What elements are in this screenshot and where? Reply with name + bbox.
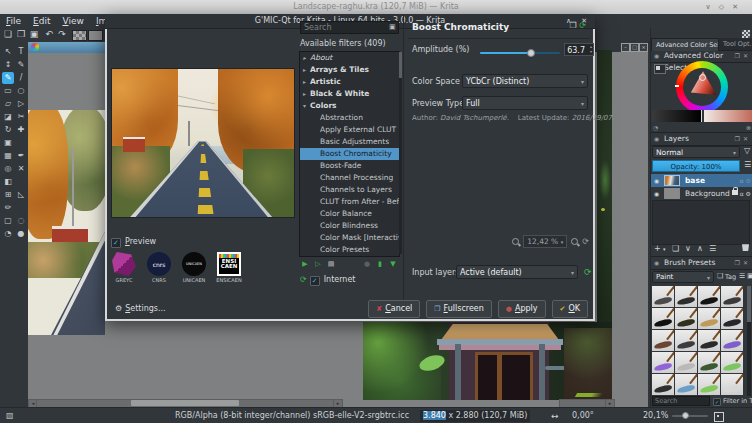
rotation-angle-label[interactable]: 0,00°	[572, 408, 594, 423]
filter-channel-processing[interactable]: Channel Processing	[300, 172, 399, 184]
value-bar-dark[interactable]	[652, 110, 701, 122]
tool-icon-r12c0[interactable]: ✏	[2, 202, 14, 214]
clear-color-icon[interactable]: ⊗	[746, 124, 751, 131]
layer-row-background[interactable]: ◉ Background α ⚙	[651, 187, 752, 200]
filter-about[interactable]: ▸About	[300, 52, 399, 64]
brush-grid-scrollbar[interactable]	[747, 286, 751, 396]
tool-icon-r6c1[interactable]: ✚	[15, 124, 27, 136]
filter-colors[interactable]: ▾Colors	[300, 100, 399, 112]
tool-icon-r1c0[interactable]: ↕	[2, 59, 14, 71]
brush-preset-tile[interactable]	[721, 374, 743, 395]
fullscreen-button[interactable]: ❒Fullscreen	[426, 300, 492, 318]
reset-filter-icon[interactable]: ⟳	[579, 21, 586, 30]
expanded-arrow-icon[interactable]: ▾	[303, 100, 310, 112]
filter-arrays-tiles[interactable]: ▸Arrays & Tiles	[300, 64, 399, 76]
layer-prop-icons[interactable]: α ⚙	[732, 187, 751, 200]
move-layer-down-icon[interactable]: ∨	[685, 243, 691, 255]
filter-boost-chromaticity[interactable]: Boost Chromaticity	[300, 148, 399, 160]
rotate-icon[interactable]: ◔	[653, 124, 658, 131]
amplitude-slider[interactable]	[480, 48, 560, 58]
checker-icon[interactable]	[742, 30, 750, 38]
ok-button[interactable]: ✔OK	[552, 300, 588, 318]
cancel-button[interactable]: ✘Cancel	[368, 300, 420, 318]
add-fave-icon[interactable]: ▶	[300, 259, 310, 269]
subwindow-close-icon[interactable]: ×	[639, 43, 648, 52]
amplitude-spinbox[interactable]: 63.7▴▾	[564, 43, 594, 56]
dock-header-buttons[interactable]: ❐✕	[735, 133, 751, 145]
view-list-icon[interactable]: ☰	[739, 272, 745, 280]
document-tab[interactable]	[28, 42, 105, 53]
zoom-slider-handle[interactable]	[682, 412, 689, 419]
spin-arrows-icon[interactable]: ▴▾	[590, 44, 592, 54]
collapsed-arrow-icon[interactable]: ▸	[303, 76, 310, 88]
zoom-percent-label[interactable]: 20,1%	[643, 408, 668, 423]
settings-button[interactable]: ⚙Settings...	[109, 301, 172, 316]
filter-clut-from-after-before[interactable]: CLUT from After - Before	[300, 196, 399, 208]
filter-channels-to-layers[interactable]: Channels to Layers	[300, 184, 399, 196]
window-titlebar[interactable]: Landscape-raghu.kra (120,7 MiB) — Krita …	[0, 0, 752, 14]
fit-page-icon[interactable]	[714, 412, 724, 422]
layer-list-empty-area[interactable]	[652, 200, 750, 245]
brush-preset-tile[interactable]	[652, 286, 674, 307]
filter-apply-external-clut[interactable]: Apply External CLUT	[300, 124, 399, 136]
tool-icon-r6c0[interactable]: ↻	[2, 124, 14, 136]
refresh-layers-icon[interactable]: ⟳	[584, 267, 592, 277]
filter-boost-fade[interactable]: Boost-Fade	[300, 160, 399, 172]
filter-artistic[interactable]: ▸Artistic	[300, 76, 399, 88]
collapsed-arrow-icon[interactable]: ▸	[303, 64, 310, 76]
brush-preset-tile[interactable]	[652, 308, 674, 329]
filter-preview-image[interactable]	[111, 68, 295, 218]
save-fave-icon[interactable]: ▤	[326, 259, 336, 269]
redo-icon[interactable]: ↷	[56, 29, 68, 39]
brush-preset-tile[interactable]	[698, 374, 720, 395]
brush-search-input[interactable]	[652, 396, 710, 406]
layer-thumbnail[interactable]	[664, 175, 680, 186]
layer-options-icon[interactable]: ☰	[744, 160, 751, 169]
gradient-swatch[interactable]	[72, 30, 87, 41]
tag-icon[interactable]: ❏	[717, 272, 723, 280]
copy-command-icon[interactable]: ❐	[570, 21, 577, 30]
tool-icon-r11c1[interactable]: ◺	[15, 189, 27, 201]
filter-color-balance[interactable]: Color Balance	[300, 208, 399, 220]
input-layers-dropdown[interactable]: Active (default)▾	[456, 265, 578, 279]
search-edit-icon[interactable]: ▣	[389, 23, 396, 31]
tool-icon-r8c1[interactable]: ✒	[15, 150, 27, 162]
slider-handle[interactable]	[527, 49, 535, 57]
new-document-icon[interactable]: ❏	[2, 29, 14, 39]
color-space-dropdown[interactable]: YCbCr (Distinct)▾	[462, 74, 588, 88]
brush-preset-tile[interactable]	[721, 330, 743, 351]
selection-mode-icon[interactable]: ▧	[6, 408, 14, 423]
mirror-icon[interactable]: ↔	[551, 408, 559, 423]
shade-selector-toggle[interactable]	[654, 64, 666, 74]
dock-header-buttons[interactable]: ❐✕	[735, 50, 751, 62]
menu-file[interactable]: File	[0, 14, 27, 28]
internet-checkbox[interactable]: ⟳✓Internet	[300, 274, 355, 285]
tool-icon-r3c1[interactable]: ○	[15, 85, 27, 97]
filter-black-white[interactable]: ▸Black & White	[300, 88, 399, 100]
tool-icon-r9c0[interactable]: ◎	[2, 163, 14, 175]
view-grid-icon[interactable]: ▣	[747, 272, 752, 280]
collapsed-arrow-icon[interactable]: ▸	[303, 52, 310, 64]
brush-preset-tile[interactable]	[698, 352, 720, 373]
tool-icon-r7c0[interactable]: ▣	[2, 137, 14, 149]
duplicate-layer-icon[interactable]: ❏	[672, 243, 679, 255]
landscape-canvas-image[interactable]	[28, 110, 105, 335]
tool-icon-r11c0[interactable]: ⊞	[2, 189, 14, 201]
brush-preset-tile[interactable]	[652, 330, 674, 351]
opacity-slider[interactable]: Opacity: 100%	[652, 160, 740, 172]
brush-preset-tile[interactable]	[721, 286, 743, 307]
pattern-swatch[interactable]	[88, 30, 103, 41]
open-document-icon[interactable]: ❒	[15, 29, 27, 39]
brush-preset-tile[interactable]	[652, 352, 674, 373]
scroll-right-arrow-2[interactable]: ▸	[605, 399, 615, 407]
tool-icon-r13c1[interactable]: ◌	[15, 215, 27, 227]
dock-header-buttons[interactable]: ❐✕	[735, 257, 751, 269]
visibility-eye-icon[interactable]: ◉	[654, 174, 659, 187]
preset-tag-dropdown[interactable]: Paint▾	[652, 271, 714, 283]
filter-tree-scrollbar[interactable]	[399, 52, 402, 254]
filter-in-tag-checkbox[interactable]: ✓Filter in Tag	[713, 396, 752, 406]
layer-properties-icon[interactable]: ☰	[709, 243, 716, 255]
collapsed-arrow-icon[interactable]: ▸	[303, 88, 310, 100]
tool-icon-r13c0[interactable]: ▢	[2, 215, 14, 227]
brush-presets-header[interactable]: ◉ Brush Presets ❐✕	[651, 256, 752, 270]
